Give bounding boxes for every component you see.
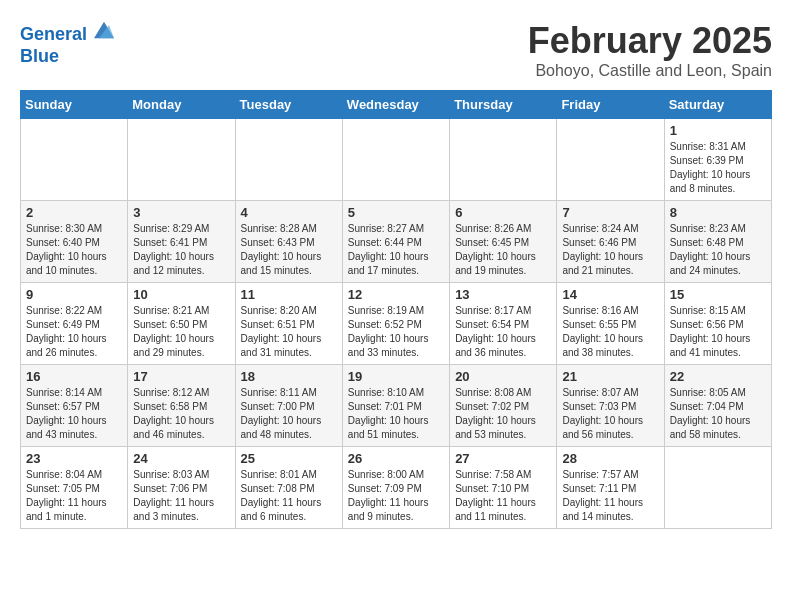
day-number: 8 bbox=[670, 205, 766, 220]
logo-blue: Blue bbox=[20, 46, 114, 68]
calendar-cell: 13Sunrise: 8:17 AM Sunset: 6:54 PM Dayli… bbox=[450, 283, 557, 365]
day-number: 13 bbox=[455, 287, 551, 302]
day-info: Sunrise: 8:01 AM Sunset: 7:08 PM Dayligh… bbox=[241, 468, 337, 524]
day-header-monday: Monday bbox=[128, 91, 235, 119]
calendar-cell: 7Sunrise: 8:24 AM Sunset: 6:46 PM Daylig… bbox=[557, 201, 664, 283]
day-info: Sunrise: 8:00 AM Sunset: 7:09 PM Dayligh… bbox=[348, 468, 444, 524]
day-number: 14 bbox=[562, 287, 658, 302]
calendar-cell: 25Sunrise: 8:01 AM Sunset: 7:08 PM Dayli… bbox=[235, 447, 342, 529]
page-header: General Blue February 2025 Bohoyo, Casti… bbox=[20, 20, 772, 80]
calendar-cell: 5Sunrise: 8:27 AM Sunset: 6:44 PM Daylig… bbox=[342, 201, 449, 283]
day-info: Sunrise: 8:19 AM Sunset: 6:52 PM Dayligh… bbox=[348, 304, 444, 360]
day-number: 28 bbox=[562, 451, 658, 466]
logo-icon bbox=[94, 20, 114, 40]
day-info: Sunrise: 7:57 AM Sunset: 7:11 PM Dayligh… bbox=[562, 468, 658, 524]
day-number: 3 bbox=[133, 205, 229, 220]
calendar-cell: 12Sunrise: 8:19 AM Sunset: 6:52 PM Dayli… bbox=[342, 283, 449, 365]
day-number: 6 bbox=[455, 205, 551, 220]
calendar-week-3: 9Sunrise: 8:22 AM Sunset: 6:49 PM Daylig… bbox=[21, 283, 772, 365]
day-number: 7 bbox=[562, 205, 658, 220]
day-info: Sunrise: 8:20 AM Sunset: 6:51 PM Dayligh… bbox=[241, 304, 337, 360]
calendar-cell: 11Sunrise: 8:20 AM Sunset: 6:51 PM Dayli… bbox=[235, 283, 342, 365]
day-number: 24 bbox=[133, 451, 229, 466]
calendar-cell: 1Sunrise: 8:31 AM Sunset: 6:39 PM Daylig… bbox=[664, 119, 771, 201]
day-info: Sunrise: 8:14 AM Sunset: 6:57 PM Dayligh… bbox=[26, 386, 122, 442]
calendar-cell: 27Sunrise: 7:58 AM Sunset: 7:10 PM Dayli… bbox=[450, 447, 557, 529]
day-header-wednesday: Wednesday bbox=[342, 91, 449, 119]
logo: General Blue bbox=[20, 20, 114, 67]
day-number: 25 bbox=[241, 451, 337, 466]
day-header-saturday: Saturday bbox=[664, 91, 771, 119]
day-number: 2 bbox=[26, 205, 122, 220]
day-header-tuesday: Tuesday bbox=[235, 91, 342, 119]
day-info: Sunrise: 8:16 AM Sunset: 6:55 PM Dayligh… bbox=[562, 304, 658, 360]
day-info: Sunrise: 8:30 AM Sunset: 6:40 PM Dayligh… bbox=[26, 222, 122, 278]
day-info: Sunrise: 8:17 AM Sunset: 6:54 PM Dayligh… bbox=[455, 304, 551, 360]
day-info: Sunrise: 8:22 AM Sunset: 6:49 PM Dayligh… bbox=[26, 304, 122, 360]
day-info: Sunrise: 8:21 AM Sunset: 6:50 PM Dayligh… bbox=[133, 304, 229, 360]
day-info: Sunrise: 8:08 AM Sunset: 7:02 PM Dayligh… bbox=[455, 386, 551, 442]
day-number: 11 bbox=[241, 287, 337, 302]
calendar-cell: 6Sunrise: 8:26 AM Sunset: 6:45 PM Daylig… bbox=[450, 201, 557, 283]
day-info: Sunrise: 8:24 AM Sunset: 6:46 PM Dayligh… bbox=[562, 222, 658, 278]
calendar-cell: 2Sunrise: 8:30 AM Sunset: 6:40 PM Daylig… bbox=[21, 201, 128, 283]
day-info: Sunrise: 8:26 AM Sunset: 6:45 PM Dayligh… bbox=[455, 222, 551, 278]
calendar-cell: 22Sunrise: 8:05 AM Sunset: 7:04 PM Dayli… bbox=[664, 365, 771, 447]
day-number: 21 bbox=[562, 369, 658, 384]
day-info: Sunrise: 8:03 AM Sunset: 7:06 PM Dayligh… bbox=[133, 468, 229, 524]
calendar-cell: 8Sunrise: 8:23 AM Sunset: 6:48 PM Daylig… bbox=[664, 201, 771, 283]
calendar-cell: 4Sunrise: 8:28 AM Sunset: 6:43 PM Daylig… bbox=[235, 201, 342, 283]
calendar-cell: 15Sunrise: 8:15 AM Sunset: 6:56 PM Dayli… bbox=[664, 283, 771, 365]
title-block: February 2025 Bohoyo, Castille and Leon,… bbox=[528, 20, 772, 80]
day-info: Sunrise: 8:15 AM Sunset: 6:56 PM Dayligh… bbox=[670, 304, 766, 360]
day-number: 23 bbox=[26, 451, 122, 466]
calendar-cell: 3Sunrise: 8:29 AM Sunset: 6:41 PM Daylig… bbox=[128, 201, 235, 283]
day-info: Sunrise: 8:31 AM Sunset: 6:39 PM Dayligh… bbox=[670, 140, 766, 196]
calendar-cell: 16Sunrise: 8:14 AM Sunset: 6:57 PM Dayli… bbox=[21, 365, 128, 447]
day-info: Sunrise: 8:10 AM Sunset: 7:01 PM Dayligh… bbox=[348, 386, 444, 442]
day-number: 20 bbox=[455, 369, 551, 384]
day-number: 16 bbox=[26, 369, 122, 384]
day-number: 12 bbox=[348, 287, 444, 302]
day-info: Sunrise: 8:07 AM Sunset: 7:03 PM Dayligh… bbox=[562, 386, 658, 442]
calendar-cell bbox=[21, 119, 128, 201]
day-number: 9 bbox=[26, 287, 122, 302]
day-info: Sunrise: 7:58 AM Sunset: 7:10 PM Dayligh… bbox=[455, 468, 551, 524]
day-number: 10 bbox=[133, 287, 229, 302]
calendar-cell: 14Sunrise: 8:16 AM Sunset: 6:55 PM Dayli… bbox=[557, 283, 664, 365]
day-info: Sunrise: 8:11 AM Sunset: 7:00 PM Dayligh… bbox=[241, 386, 337, 442]
day-number: 4 bbox=[241, 205, 337, 220]
calendar-cell bbox=[342, 119, 449, 201]
day-number: 18 bbox=[241, 369, 337, 384]
day-info: Sunrise: 8:23 AM Sunset: 6:48 PM Dayligh… bbox=[670, 222, 766, 278]
calendar-cell: 10Sunrise: 8:21 AM Sunset: 6:50 PM Dayli… bbox=[128, 283, 235, 365]
calendar-cell: 18Sunrise: 8:11 AM Sunset: 7:00 PM Dayli… bbox=[235, 365, 342, 447]
calendar-week-2: 2Sunrise: 8:30 AM Sunset: 6:40 PM Daylig… bbox=[21, 201, 772, 283]
calendar-cell bbox=[450, 119, 557, 201]
calendar-cell bbox=[235, 119, 342, 201]
calendar-cell bbox=[557, 119, 664, 201]
day-number: 15 bbox=[670, 287, 766, 302]
calendar-cell: 23Sunrise: 8:04 AM Sunset: 7:05 PM Dayli… bbox=[21, 447, 128, 529]
day-header-friday: Friday bbox=[557, 91, 664, 119]
calendar-cell: 17Sunrise: 8:12 AM Sunset: 6:58 PM Dayli… bbox=[128, 365, 235, 447]
calendar-cell: 20Sunrise: 8:08 AM Sunset: 7:02 PM Dayli… bbox=[450, 365, 557, 447]
day-info: Sunrise: 8:27 AM Sunset: 6:44 PM Dayligh… bbox=[348, 222, 444, 278]
logo-text: General bbox=[20, 20, 114, 46]
logo-general: General bbox=[20, 24, 87, 44]
day-header-thursday: Thursday bbox=[450, 91, 557, 119]
day-number: 5 bbox=[348, 205, 444, 220]
calendar-week-1: 1Sunrise: 8:31 AM Sunset: 6:39 PM Daylig… bbox=[21, 119, 772, 201]
day-info: Sunrise: 8:29 AM Sunset: 6:41 PM Dayligh… bbox=[133, 222, 229, 278]
day-number: 1 bbox=[670, 123, 766, 138]
day-info: Sunrise: 8:12 AM Sunset: 6:58 PM Dayligh… bbox=[133, 386, 229, 442]
calendar-table: SundayMondayTuesdayWednesdayThursdayFrid… bbox=[20, 90, 772, 529]
calendar-cell bbox=[128, 119, 235, 201]
calendar-cell: 24Sunrise: 8:03 AM Sunset: 7:06 PM Dayli… bbox=[128, 447, 235, 529]
calendar-week-4: 16Sunrise: 8:14 AM Sunset: 6:57 PM Dayli… bbox=[21, 365, 772, 447]
calendar-cell bbox=[664, 447, 771, 529]
month-title: February 2025 bbox=[528, 20, 772, 62]
calendar-cell: 9Sunrise: 8:22 AM Sunset: 6:49 PM Daylig… bbox=[21, 283, 128, 365]
day-info: Sunrise: 8:04 AM Sunset: 7:05 PM Dayligh… bbox=[26, 468, 122, 524]
day-number: 27 bbox=[455, 451, 551, 466]
